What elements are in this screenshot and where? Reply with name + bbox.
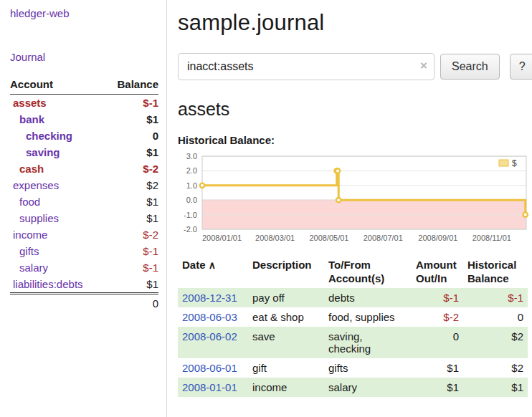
- transaction-amount: $1: [412, 378, 463, 397]
- account-link-cash[interactable]: cash: [19, 163, 44, 175]
- account-link-assets[interactable]: assets: [13, 97, 47, 109]
- svg-text:2008/09/01: 2008/09/01: [418, 234, 457, 242]
- account-link-salary[interactable]: salary: [19, 262, 48, 274]
- transaction-accounts: salary: [324, 378, 412, 397]
- account-link-liabilities-debts[interactable]: liabilities:debts: [13, 278, 83, 290]
- account-link-food[interactable]: food: [19, 196, 40, 208]
- account-link-income[interactable]: income: [13, 229, 47, 241]
- chart-heading: Historical Balance:: [178, 134, 532, 146]
- register-header-row: Date ∧ Description To/From Account(s) Am…: [178, 255, 528, 288]
- search-form: × Search ?: [178, 53, 532, 80]
- transaction-date-link[interactable]: 2008-06-01: [182, 362, 237, 374]
- column-header-amount: Amount Out/In: [412, 255, 463, 288]
- account-balance: $1: [105, 193, 158, 210]
- accounts-total: 0: [105, 294, 158, 312]
- column-header-accounts: To/From Account(s): [324, 255, 412, 288]
- account-heading: assets: [178, 99, 532, 120]
- accounts-table: Account Balance assets $-1 bank $1 check…: [10, 76, 158, 312]
- account-row: cash $-2: [10, 160, 158, 177]
- account-link-expenses[interactable]: expenses: [13, 179, 59, 191]
- search-input[interactable]: [178, 53, 434, 80]
- account-link-supplies[interactable]: supplies: [19, 212, 59, 224]
- transaction-balance: $1: [463, 378, 528, 397]
- account-link-bank[interactable]: bank: [19, 113, 44, 125]
- account-balance: $-2: [105, 226, 158, 243]
- transaction-description: income: [248, 378, 324, 397]
- help-button[interactable]: ?: [510, 54, 532, 80]
- transaction-row: 2008-06-01 gift gifts $1 $2: [178, 358, 528, 378]
- account-row: bank $1: [10, 111, 158, 128]
- account-row: salary $-1: [10, 259, 158, 276]
- accounts-header-account: Account: [10, 76, 105, 95]
- journal-nav-link[interactable]: Journal: [10, 51, 158, 63]
- brand-link[interactable]: hledger-web: [10, 7, 158, 19]
- account-link-saving[interactable]: saving: [26, 146, 60, 158]
- register-table: Date ∧ Description To/From Account(s) Am…: [178, 255, 528, 397]
- date-header-label: Date: [182, 259, 206, 271]
- transaction-amount: 0: [412, 327, 463, 358]
- account-row: checking 0: [10, 128, 158, 144]
- transaction-amount: $1: [412, 358, 463, 378]
- transaction-accounts: food, supplies: [324, 307, 412, 327]
- transaction-balance: $-1: [463, 288, 528, 307]
- column-header-date[interactable]: Date ∧: [178, 255, 248, 288]
- transaction-row: 2008-01-01 income salary $1 $1: [178, 378, 528, 397]
- account-link-gifts[interactable]: gifts: [19, 245, 39, 257]
- transaction-accounts: saving, checking: [324, 327, 412, 358]
- transaction-accounts: debts: [324, 288, 412, 307]
- svg-text:$: $: [512, 158, 517, 168]
- account-row: supplies $1: [10, 210, 158, 226]
- account-balance: $-1: [105, 243, 158, 259]
- page-title: sample.journal: [178, 10, 532, 36]
- account-row: saving $1: [10, 144, 158, 160]
- transaction-row: 2008-12-31 pay off debts $-1 $-1: [178, 288, 528, 307]
- account-row: income $-2: [10, 226, 158, 243]
- svg-text:1.0: 1.0: [186, 181, 197, 190]
- account-link-checking[interactable]: checking: [26, 130, 72, 142]
- clear-search-icon[interactable]: ×: [420, 59, 427, 72]
- account-row: liabilities:debts $1: [10, 276, 158, 294]
- accounts-total-row: 0: [10, 294, 158, 312]
- account-balance: $2: [105, 177, 158, 193]
- transaction-description: eat & shop: [248, 307, 324, 327]
- account-row: expenses $2: [10, 177, 158, 193]
- account-balance: $1: [105, 276, 158, 294]
- svg-text:2008/05/01: 2008/05/01: [309, 234, 348, 242]
- column-header-description: Description: [248, 255, 324, 288]
- account-row: assets $-1: [10, 95, 158, 112]
- search-button[interactable]: Search: [440, 54, 500, 80]
- transaction-row: 2008-06-03 eat & shop food, supplies $-2…: [178, 307, 528, 327]
- transaction-amount: $-1: [412, 288, 463, 307]
- account-row: gifts $-1: [10, 243, 158, 259]
- account-balance: $1: [105, 210, 158, 226]
- accounts-header-balance: Balance: [105, 76, 158, 95]
- account-balance: 0: [105, 128, 158, 144]
- transaction-balance: 0: [463, 307, 528, 327]
- transaction-date-link[interactable]: 2008-01-01: [182, 381, 237, 393]
- transaction-row: 2008-06-02 save saving, checking 0 $2: [178, 327, 528, 358]
- svg-text:3.0: 3.0: [186, 152, 197, 160]
- main-panel: sample.journal × Search ? assets Histori…: [167, 0, 532, 417]
- transaction-date-link[interactable]: 2008-12-31: [182, 292, 237, 304]
- svg-text:2.0: 2.0: [186, 166, 197, 175]
- transaction-balance: $2: [463, 358, 528, 378]
- svg-text:2008/11/01: 2008/11/01: [472, 234, 511, 242]
- transaction-date-link[interactable]: 2008-06-02: [182, 330, 237, 342]
- sort-ascending-icon: ∧: [209, 259, 216, 271]
- balance-chart: 3.02.01.00.0-1.0-2.02008/01/012008/03/01…: [178, 150, 531, 246]
- account-balance: $-2: [105, 160, 158, 177]
- svg-text:2008/03/01: 2008/03/01: [255, 234, 295, 242]
- account-balance: $1: [105, 144, 158, 160]
- transaction-description: gift: [248, 358, 324, 378]
- svg-text:0.0: 0.0: [186, 196, 197, 204]
- account-balance: $-1: [105, 95, 158, 112]
- transaction-balance: $2: [463, 327, 528, 358]
- transaction-description: pay off: [248, 288, 324, 307]
- account-balance: $-1: [105, 259, 158, 276]
- account-row: food $1: [10, 193, 158, 210]
- transaction-date-link[interactable]: 2008-06-03: [182, 311, 237, 323]
- column-header-balance: Historical Balance: [463, 255, 528, 288]
- svg-text:-1.0: -1.0: [184, 211, 197, 219]
- svg-text:2008/01/01: 2008/01/01: [202, 234, 242, 242]
- transaction-accounts: gifts: [324, 358, 412, 378]
